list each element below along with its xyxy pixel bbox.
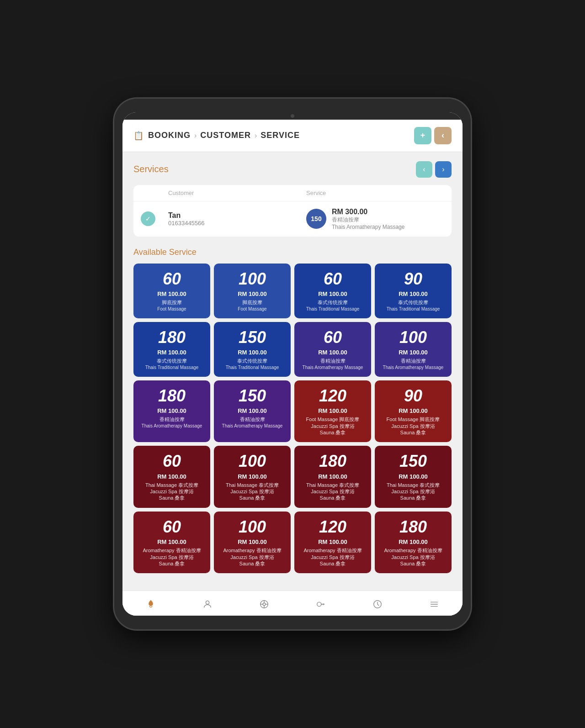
card-duration: 180: [299, 452, 367, 470]
person-icon: [202, 599, 213, 609]
nav-buttons: ‹ ›: [416, 161, 452, 178]
tablet-frame: 📋 BOOKING › CUSTOMER › SERVICE + ‹: [114, 99, 471, 629]
card-duration: 180: [138, 328, 206, 347]
card-duration: 60: [299, 328, 367, 347]
breadcrumb-sep-2: ›: [255, 132, 257, 140]
service-card-5[interactable]: 150 RM 100.00 泰式传统按摩Thais Traditional Ma…: [214, 322, 291, 377]
svg-point-2: [263, 603, 266, 606]
card-duration: 60: [299, 270, 367, 288]
top-notch: [122, 112, 463, 120]
card-price: RM 100.00: [218, 538, 286, 545]
key-icon: [316, 599, 326, 609]
service-card-13[interactable]: 100 RM 100.00 Thai Massage 泰式按摩Jacuzzi S…: [214, 446, 291, 507]
grid-icon: [259, 599, 269, 609]
tablet-screen: 📋 BOOKING › CUSTOMER › SERVICE + ‹: [122, 112, 463, 616]
card-duration: 150: [379, 452, 447, 470]
service-badge: 150: [306, 209, 326, 229]
prev-button[interactable]: ‹: [416, 161, 432, 178]
service-card-12[interactable]: 60 RM 100.00 Thai Massage 泰式按摩Jacuzzi Sp…: [133, 446, 210, 507]
card-duration: 90: [379, 270, 447, 288]
services-header: Services ‹ ›: [133, 161, 452, 178]
customer-phone: 01633445566: [168, 220, 306, 227]
service-card-8[interactable]: 180 RM 100.00 香精油按摩Thais Aromatherapy Ma…: [133, 380, 210, 442]
service-card-17[interactable]: 100 RM 100.00 Aromatherapy 香精油按摩Jacuzzi …: [214, 512, 291, 573]
card-price: RM 100.00: [379, 473, 447, 480]
service-card-7[interactable]: 100 RM 100.00 香精油按摩Thais Aromatherapy Ma…: [375, 322, 452, 377]
card-price: RM 100.00: [218, 407, 286, 414]
service-card-9[interactable]: 150 RM 100.00 香精油按摩Thais Aromatherapy Ma…: [214, 380, 291, 442]
check-icon: ✓: [141, 211, 155, 226]
service-card-14[interactable]: 180 RM 100.00 Thai Massage 泰式按摩Jacuzzi S…: [294, 446, 371, 507]
service-details: RM 300.00 香精油按摩 Thais Aromatherapy Massa…: [332, 208, 404, 230]
screen-content: 📋 BOOKING › CUSTOMER › SERVICE + ‹: [122, 120, 463, 616]
menu-icon: [429, 599, 439, 609]
card-price: RM 100.00: [299, 349, 367, 356]
service-card-1[interactable]: 100 RM 100.00 脚底按摩Foot Massage: [214, 264, 291, 318]
col-customer: Customer: [168, 190, 306, 196]
service-card-4[interactable]: 180 RM 100.00 泰式传统按摩Thais Traditional Ma…: [133, 322, 210, 377]
service-card-6[interactable]: 60 RM 100.00 香精油按摩Thais Aromatherapy Mas…: [294, 322, 371, 377]
header: 📋 BOOKING › CUSTOMER › SERVICE + ‹: [122, 120, 463, 152]
col-service: Service: [306, 190, 444, 196]
card-price: RM 100.00: [299, 407, 367, 414]
card-price: RM 100.00: [138, 349, 206, 356]
card-duration: 120: [299, 518, 367, 536]
service-grid: 60 RM 100.00 脚底按摩Foot Massage 100 RM 100…: [133, 264, 452, 573]
clock-icon: [372, 599, 383, 609]
nav-grid[interactable]: [252, 597, 277, 611]
card-price: RM 100.00: [218, 349, 286, 356]
breadcrumb-booking: BOOKING: [148, 131, 191, 140]
nav-key[interactable]: [308, 597, 333, 611]
available-service-title: Available Service: [133, 248, 452, 257]
card-duration: 60: [138, 452, 206, 470]
service-card-0[interactable]: 60 RM 100.00 脚底按摩Foot Massage: [133, 264, 210, 318]
nav-clock[interactable]: [365, 597, 390, 611]
card-duration: 90: [379, 387, 447, 405]
service-card-2[interactable]: 60 RM 100.00 泰式传统按摩Thais Traditional Mas…: [294, 264, 371, 318]
service-card-3[interactable]: 90 RM 100.00 泰式传统按摩Thais Traditional Mas…: [375, 264, 452, 318]
customer-cell: Tan 01633445566: [168, 211, 306, 227]
services-title: Services: [133, 164, 169, 174]
breadcrumb-customer: CUSTOMER: [200, 131, 251, 140]
bottom-nav: [122, 591, 463, 616]
service-info: 150 RM 300.00 香精油按摩 Thais Aromatherapy M…: [306, 208, 444, 230]
card-price: RM 100.00: [299, 290, 367, 297]
service-card-11[interactable]: 90 RM 100.00 Foot Massage 脚底按摩Jacuzzi Sp…: [375, 380, 452, 442]
service-card-18[interactable]: 120 RM 100.00 Aromatherapy 香精油按摩Jacuzzi …: [294, 512, 371, 573]
service-card-15[interactable]: 150 RM 100.00 Thai Massage 泰式按摩Jacuzzi S…: [375, 446, 452, 507]
service-card-19[interactable]: 180 RM 100.00 Aromatherapy 香精油按摩Jacuzzi …: [375, 512, 452, 573]
card-price: RM 100.00: [379, 538, 447, 545]
customer-name: Tan: [168, 211, 306, 220]
next-button[interactable]: ›: [435, 161, 452, 178]
breadcrumb-sep-1: ›: [194, 132, 197, 140]
back-button[interactable]: ‹: [434, 127, 452, 144]
service-card-10[interactable]: 120 RM 100.00 Foot Massage 脚底按摩Jacuzzi S…: [294, 380, 371, 442]
card-duration: 100: [218, 518, 286, 536]
header-left: 📋 BOOKING › CUSTOMER › SERVICE: [133, 131, 300, 141]
service-name-cn: 香精油按摩: [332, 216, 404, 224]
booking-icon: 📋: [133, 131, 144, 141]
card-price: RM 100.00: [379, 290, 447, 297]
svg-point-0: [206, 601, 209, 604]
card-duration: 120: [299, 387, 367, 405]
card-price: RM 100.00: [218, 290, 286, 297]
card-duration: 100: [218, 452, 286, 470]
card-duration: 60: [138, 518, 206, 536]
brand-icon: [146, 599, 156, 609]
breadcrumb-service: SERVICE: [261, 131, 300, 140]
card-price: RM 100.00: [138, 290, 206, 297]
table-header: Customer Service: [133, 185, 452, 201]
nav-person[interactable]: [195, 597, 220, 611]
card-price: RM 100.00: [379, 349, 447, 356]
header-buttons: + ‹: [414, 127, 452, 144]
card-price: RM 100.00: [138, 538, 206, 545]
svg-point-7: [317, 602, 321, 607]
nav-menu[interactable]: [422, 597, 447, 611]
card-price: RM 100.00: [138, 407, 206, 414]
service-card-16[interactable]: 60 RM 100.00 Aromatherapy 香精油按摩Jacuzzi S…: [133, 512, 210, 573]
add-button[interactable]: +: [414, 127, 431, 144]
nav-brand[interactable]: [138, 597, 163, 611]
col-check: [141, 190, 168, 196]
card-duration: 180: [138, 387, 206, 405]
card-price: RM 100.00: [138, 473, 206, 480]
